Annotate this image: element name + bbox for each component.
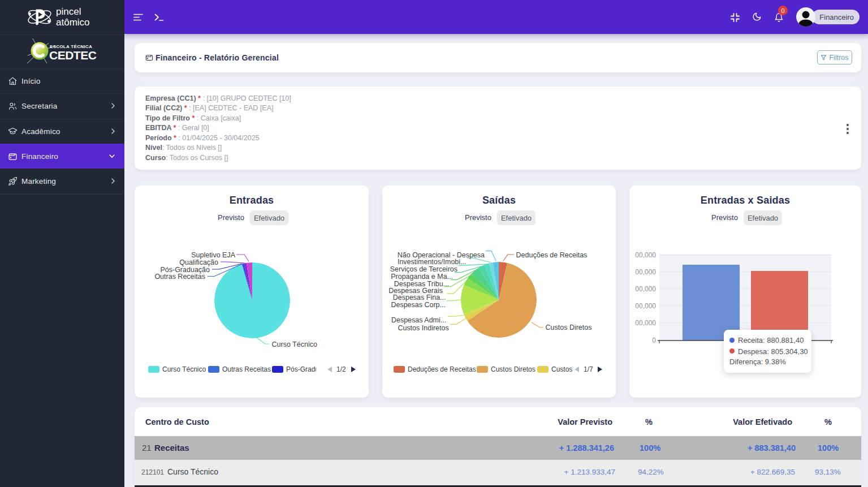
svg-text:atômico: atômico — [56, 17, 90, 28]
svg-text:pincel: pincel — [56, 6, 81, 17]
svg-text:CEDTEC: CEDTEC — [49, 49, 97, 62]
